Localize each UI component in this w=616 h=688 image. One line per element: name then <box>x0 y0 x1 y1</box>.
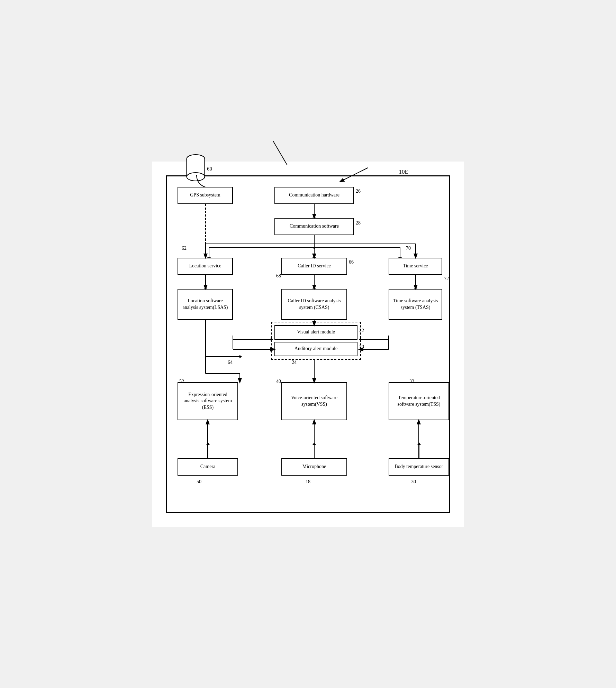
location-sas-box: Location software analysis system(LSAS) <box>178 289 233 320</box>
expression-box: Expression-oriented analysis software sy… <box>178 382 238 420</box>
ref-62: 62 <box>182 246 187 251</box>
ref-22: 22 <box>359 328 364 333</box>
comm-hw-box: Communication hardware <box>274 187 354 204</box>
voice-sys-box: Voice-oriented software system(VSS) <box>281 382 347 420</box>
ref-70: 70 <box>406 246 411 251</box>
outer-box: 60 GPS subsystem Communication hardware … <box>166 175 450 513</box>
time-sas-box: Time software analysis system (TSAS) <box>389 289 442 320</box>
arrow-lsas-alert <box>233 339 271 340</box>
dashed-gps-line <box>205 204 206 258</box>
svg-line-6 <box>266 141 294 165</box>
microphone-box: Microphone <box>281 458 347 476</box>
arrow-hw-sw <box>314 204 315 218</box>
arrow-cam-ess <box>208 444 208 458</box>
body-temp-box: Body temperature sensor <box>389 458 449 476</box>
ref-40: 40 <box>276 379 281 384</box>
location-svc-box: Location service <box>178 258 233 275</box>
svg-line-29 <box>340 168 368 182</box>
arrow-alert-vss <box>314 360 315 382</box>
comm-sw-box: Communication software <box>274 218 354 235</box>
arrow-caller-csas <box>314 275 315 289</box>
arrow-mic-vss <box>314 444 315 458</box>
arrow-sw-time <box>400 247 400 258</box>
diagram-label: 10E <box>399 168 408 175</box>
ref-20: 20 <box>359 344 364 350</box>
ref-60: 60 <box>207 166 212 172</box>
ref-18: 18 <box>306 479 310 485</box>
ref-26: 26 <box>356 189 361 194</box>
cylinder-icon <box>186 154 205 183</box>
page: 10E 60 <box>152 162 464 527</box>
arrow-to-ess <box>205 356 240 357</box>
ref-50: 50 <box>197 479 201 485</box>
ref-30: 30 <box>411 479 416 485</box>
ref-66: 66 <box>349 259 354 265</box>
temp-sys-box: Temperature-oriented software system(TSS… <box>389 382 449 420</box>
arrow-time-tsas <box>415 275 416 289</box>
ref-24: 24 <box>292 360 297 365</box>
diagram-area: GPS subsystem Communication hardware 26 … <box>174 187 442 498</box>
caller-sas-box: Caller ID software analysis system (CSAS… <box>281 289 347 320</box>
arrow-tsas-alert <box>361 339 389 340</box>
caller-id-svc-box: Caller ID service <box>281 258 347 275</box>
arrow-sw-loc <box>209 247 209 258</box>
time-svc-box: Time service <box>389 258 442 275</box>
camera-box: Camera <box>178 458 238 476</box>
ref-64: 64 <box>228 360 233 365</box>
ref-68: 68 <box>276 273 281 279</box>
gps-box: GPS subsystem <box>178 187 233 204</box>
arrow-bt-tss <box>419 444 419 458</box>
arrow-sw-left <box>209 247 314 248</box>
arrow-sw-caller <box>314 235 315 258</box>
visual-alert-box: Visual alert module <box>274 325 357 340</box>
auditory-alert-box: Auditory alert module <box>274 342 357 356</box>
arrow-loc-lsas <box>205 275 206 289</box>
arrow-sw-right <box>314 247 400 248</box>
arrow-lsas-down <box>205 320 206 356</box>
arrow-to-label <box>261 136 302 173</box>
ref-28: 28 <box>356 220 361 226</box>
ref-72: 72 <box>444 276 449 282</box>
